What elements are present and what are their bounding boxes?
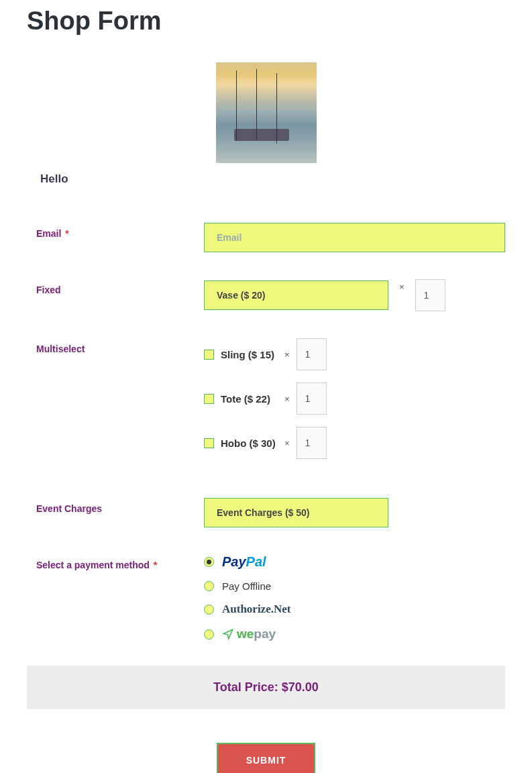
total-price-amount: $70.00 bbox=[282, 680, 319, 694]
email-input[interactable] bbox=[204, 223, 505, 252]
event-charges-box[interactable]: Event Charges ($ 50) bbox=[204, 498, 388, 527]
option-hobo-label: Hobo ($ 30) bbox=[221, 437, 278, 449]
wepay-icon bbox=[222, 628, 234, 640]
payment-method-label: Select a payment method * bbox=[36, 554, 204, 570]
radio-pay-offline[interactable] bbox=[204, 581, 214, 591]
radio-authorizenet[interactable] bbox=[204, 605, 214, 615]
qty-hobo-input[interactable] bbox=[297, 427, 327, 459]
email-label-text: Email bbox=[36, 228, 61, 239]
total-price-label: Total Price: bbox=[213, 680, 278, 694]
hero-image bbox=[216, 62, 317, 163]
page-title: Shop Form bbox=[27, 7, 505, 36]
authorizenet-logo: Authorize.Net bbox=[222, 603, 290, 616]
hello-text: Hello bbox=[27, 170, 505, 193]
fixed-label: Fixed bbox=[36, 279, 204, 295]
qty-sling-input[interactable] bbox=[297, 338, 327, 370]
submit-button[interactable]: SUBMIT bbox=[217, 743, 316, 773]
radio-wepay[interactable] bbox=[204, 629, 214, 639]
multiply-icon: × bbox=[284, 438, 290, 448]
payment-method-label-text: Select a payment method bbox=[36, 560, 150, 570]
multiply-icon: × bbox=[399, 279, 405, 292]
checkbox-sling[interactable] bbox=[204, 350, 214, 360]
required-mark: * bbox=[154, 560, 157, 570]
fixed-product-box[interactable]: Vase ($ 20) bbox=[204, 280, 388, 310]
pay-offline-label: Pay Offline bbox=[222, 580, 271, 592]
option-sling-label: Sling ($ 15) bbox=[221, 349, 278, 360]
radio-paypal[interactable] bbox=[204, 557, 214, 567]
wepay-logo: wepay bbox=[222, 627, 276, 641]
checkbox-hobo[interactable] bbox=[204, 438, 214, 448]
total-price-bar: Total Price: $70.00 bbox=[27, 666, 505, 709]
multiply-icon: × bbox=[284, 350, 290, 360]
event-charges-label: Event Charges bbox=[36, 498, 204, 514]
paypal-logo: PayPal bbox=[222, 554, 266, 570]
qty-tote-input[interactable] bbox=[297, 382, 327, 415]
required-mark: * bbox=[65, 228, 68, 239]
email-label: Email * bbox=[36, 223, 204, 239]
checkbox-tote[interactable] bbox=[204, 394, 214, 404]
fixed-qty-input[interactable] bbox=[415, 279, 445, 311]
multiselect-label: Multiselect bbox=[36, 338, 204, 354]
multiply-icon: × bbox=[284, 394, 290, 404]
option-tote-label: Tote ($ 22) bbox=[221, 393, 278, 405]
